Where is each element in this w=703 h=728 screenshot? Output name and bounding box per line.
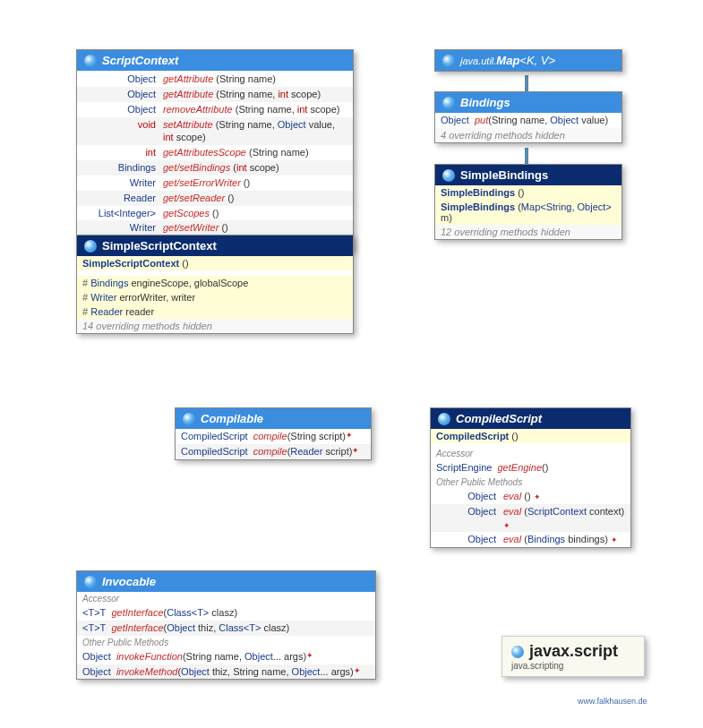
- simplebindings-title: SimpleBindings: [460, 168, 548, 182]
- credit-link[interactable]: www.falkhausen.de: [578, 697, 647, 706]
- simplescriptcontext-header: SimpleScriptContext: [77, 236, 353, 256]
- simplescriptcontext-hidden: 14 overriding methods hidden: [77, 319, 353, 333]
- invocable-title: Invocable: [102, 575, 156, 588]
- compiledscript-header: CompiledScript: [431, 408, 630, 429]
- class-icon: [84, 240, 97, 253]
- compilable-title: Compilable: [201, 412, 263, 425]
- compiledscript-box: CompiledScript CompiledScript () Accesso…: [430, 407, 631, 548]
- bindings-box: Bindings Object put (String name, Object…: [434, 91, 622, 143]
- interface-icon: [183, 413, 195, 425]
- package-box: javax.script java.scripting: [502, 636, 645, 677]
- class-icon: [442, 169, 455, 182]
- other-label: Other Public Methods: [77, 636, 375, 649]
- interface-icon: [442, 55, 455, 67]
- compilable-header: Compilable: [176, 408, 371, 429]
- accessor-label: Accessor: [431, 447, 630, 460]
- bindings-hidden: 4 overriding methods hidden: [435, 128, 622, 142]
- simplescriptcontext-ctor: SimpleScriptContext (): [77, 256, 353, 270]
- bindings-header: Bindings: [435, 92, 622, 113]
- bindings-title: Bindings: [460, 96, 510, 109]
- map-box: java.util.Map<K, V>: [434, 49, 622, 72]
- simplebindings-hidden: 12 overriding methods hidden: [435, 225, 622, 239]
- interface-icon: [84, 55, 97, 67]
- simplescriptcontext-title: SimpleScriptContext: [102, 239, 217, 253]
- compiledscript-title: CompiledScript: [456, 412, 542, 425]
- other-label: Other Public Methods: [431, 475, 630, 489]
- simplescriptcontext-box: SimpleScriptContext SimpleScriptContext …: [76, 235, 354, 334]
- invocable-box: Invocable Accessor <T> T getInterface (C…: [76, 570, 376, 680]
- map-title: java.util.Map<K, V>: [460, 54, 555, 67]
- simplebindings-box: SimpleBindings SimpleBindings () SimpleB…: [434, 164, 622, 240]
- invocable-header: Invocable: [77, 571, 375, 592]
- simplebindings-header: SimpleBindings: [435, 165, 622, 185]
- compilable-box: Compilable CompiledScript compile (Strin…: [175, 407, 372, 460]
- connector-map: [525, 75, 528, 93]
- package-title: javax.script: [511, 642, 635, 661]
- interface-icon: [84, 576, 97, 588]
- package-icon: [511, 646, 524, 658]
- scriptcontext-box: ScriptContext ObjectgetAttribute (String…: [76, 49, 354, 252]
- class-icon: [438, 413, 450, 425]
- map-header: java.util.Map<K, V>: [435, 50, 622, 71]
- scriptcontext-header: ScriptContext: [77, 50, 353, 71]
- package-sub: java.scripting: [511, 661, 635, 671]
- scriptcontext-title: ScriptContext: [102, 54, 178, 67]
- accessor-label: Accessor: [77, 592, 375, 605]
- interface-icon: [442, 97, 455, 109]
- connector-bindings: [525, 148, 528, 166]
- scriptcontext-methods: ObjectgetAttribute (String name) Objectg…: [77, 71, 353, 236]
